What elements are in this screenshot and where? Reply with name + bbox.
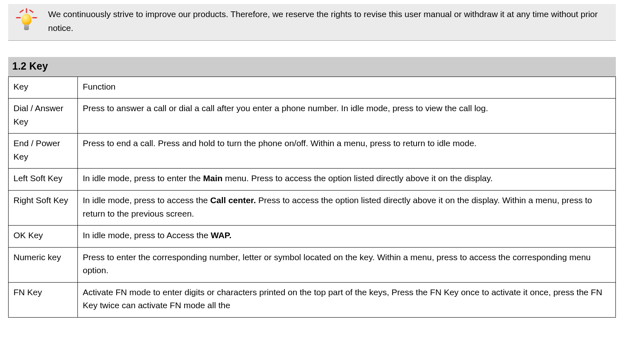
table-header-key: Key	[9, 77, 78, 99]
key-function: Press to answer a call or dial a call af…	[78, 99, 616, 134]
table-header-function: Function	[78, 77, 616, 99]
key-function: In idle mode, press to access the Call c…	[78, 190, 616, 225]
key-function: In idle mode, press to Access the WAP.	[78, 226, 616, 248]
key-function: Press to enter the corresponding number,…	[78, 247, 616, 282]
table-row: End / Power Key Press to end a call. Pre…	[9, 134, 616, 169]
notice-box: We continuously strive to improve our pr…	[8, 4, 616, 41]
key-function: In idle mode, press to enter the Main me…	[78, 169, 616, 191]
key-name: Dial / Answer Key	[9, 99, 78, 134]
key-function-table: Key Function Dial / Answer Key Press to …	[8, 77, 616, 318]
table-header-row: Key Function	[9, 77, 616, 99]
key-name: End / Power Key	[9, 134, 78, 169]
table-row: Dial / Answer Key Press to answer a call…	[9, 99, 616, 134]
notice-text: We continuously strive to improve our pr…	[41, 7, 611, 35]
table-row: Numeric key Press to enter the correspon…	[9, 247, 616, 282]
key-name: FN Key	[9, 282, 78, 317]
section-heading: 1.2 Key	[8, 57, 616, 77]
key-name: OK Key	[9, 226, 78, 248]
lightbulb-icon	[12, 7, 41, 33]
table-row: Left Soft Key In idle mode, press to ent…	[9, 169, 616, 191]
key-name: Right Soft Key	[9, 190, 78, 225]
key-name: Numeric key	[9, 247, 78, 282]
key-name: Left Soft Key	[9, 169, 78, 191]
key-function: Activate FN mode to enter digits or char…	[78, 282, 616, 317]
key-function: Press to end a call. Press and hold to t…	[78, 134, 616, 169]
table-row: FN Key Activate FN mode to enter digits …	[9, 282, 616, 317]
table-row: Right Soft Key In idle mode, press to ac…	[9, 190, 616, 225]
table-row: OK Key In idle mode, press to Access the…	[9, 226, 616, 248]
